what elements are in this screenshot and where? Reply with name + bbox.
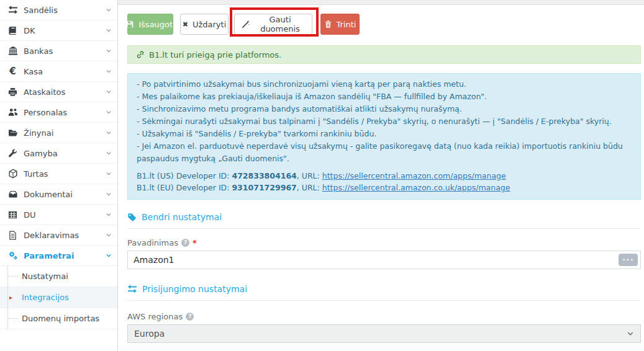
info-line: - Užsakymai iš "Sandėlis / E-prekyba" tv… [137, 128, 632, 140]
sidebar-item-parametrai[interactable]: Parametrai [0, 246, 117, 266]
wrench-icon [7, 148, 18, 158]
sidebar-item-dk[interactable]: DK [0, 20, 117, 41]
chevron-down-icon [106, 89, 112, 95]
sidebar-item-label: Sandėlis [24, 6, 106, 15]
developer-id-row-eu: B1.lt (EU) Developer ID: 931071729967, U… [137, 182, 632, 193]
section-header-connection: Prisijungimo nustatymai [127, 284, 641, 294]
section-divider [127, 300, 641, 301]
sidebar-item-sandelis[interactable]: Sandėlis [0, 0, 117, 20]
print-icon [7, 87, 18, 97]
sidebar-item-label: DU [24, 210, 106, 220]
sidebar-item-personalas[interactable]: Personalas [0, 102, 117, 123]
sellercentral-eu-link[interactable]: https://sellercentral.amazon.co.uk/apps/… [322, 183, 510, 192]
folder-open-icon [7, 128, 18, 138]
sidebar-item-du[interactable]: DU [0, 205, 117, 225]
aws-region-value: Europa [134, 329, 165, 339]
ellipsis-icon[interactable]: ••• [619, 254, 638, 266]
question-circle-icon[interactable]: ? [181, 239, 189, 247]
info-line: - Mes palaikome kas prekiauja/iškeliauja… [137, 91, 632, 103]
sidebar-item-deklaravimas[interactable]: Deklaravimas [0, 225, 117, 246]
chevron-down-icon [106, 150, 112, 156]
chevron-down-icon [106, 130, 112, 136]
delete-button[interactable]: Trinti [320, 14, 360, 35]
chevron-down-icon [627, 330, 634, 337]
developer-id-row-us: B1.lt (US) Developer ID: 472833804164, U… [137, 170, 632, 182]
sidebar-item-ataskaitos[interactable]: Ataskaitos [0, 82, 117, 102]
sidebar-subitem-duomenu-importas[interactable]: Duomenų importas [0, 308, 117, 329]
section-title: Prisijungimo nustatymai [142, 284, 247, 294]
question-circle-icon[interactable]: ? [186, 313, 194, 321]
section-header-general: Bendri nustatymai [127, 212, 641, 222]
sidebar-item-kasa[interactable]: € Kasa [0, 61, 117, 82]
alert-text: B1.lt turi prieigą prie platformos. [149, 50, 281, 60]
chevron-down-icon [106, 232, 112, 238]
cube-icon [7, 169, 18, 179]
sidebar-item-label: Dokumentai [24, 190, 106, 199]
sidebar-item-label: Bankas [24, 47, 106, 56]
sidebar-item-label: Turtas [24, 169, 106, 179]
aws-region-select[interactable]: Europa [127, 324, 641, 343]
section-divider [127, 228, 641, 229]
sidebar-subitem-integracijos[interactable]: ▸ Integracijos [0, 287, 117, 308]
info-line: - Po patvirtinimo užsakymai bus sinchron… [137, 78, 632, 91]
fetch-data-button[interactable]: Gauti duomenis [234, 14, 312, 35]
sidebar: Sandėlis DK Bankas € Kasa Ataskaitos Per… [0, 0, 118, 351]
chevron-down-icon [106, 252, 112, 259]
sidebar-item-dokumentai[interactable]: Dokumentai [0, 184, 117, 205]
top-divider [118, 0, 644, 5]
info-line: - Jei Amazon el. parduotuvė neperdavė vi… [137, 140, 632, 165]
link-icon [136, 50, 145, 59]
required-mark: * [193, 238, 197, 247]
exchange-icon [127, 284, 137, 294]
chevron-down-icon [106, 7, 112, 13]
sidebar-item-label: Žinynai [24, 128, 106, 138]
sidebar-subitem-label: Integracijos [22, 293, 69, 302]
gears-icon [7, 251, 18, 260]
close-button[interactable]: ✖ Uždaryti [180, 14, 229, 35]
sidebar-item-label: Ataskaitos [24, 87, 106, 97]
sellercentral-us-link[interactable]: https://sellercentral.amazon.com/apps/ma… [322, 171, 506, 180]
sidebar-item-gamyba[interactable]: Gamyba [0, 143, 117, 164]
chevron-down-icon [106, 48, 112, 54]
developer-id-value: 931071729967 [232, 183, 296, 192]
name-input-wrap: ••• [127, 251, 641, 269]
users-icon [7, 107, 18, 117]
info-line: - Sėkmingai nurašyti užsakymai bus talpi… [137, 115, 632, 128]
name-field-label: Pavadinimas ? * [127, 238, 641, 247]
name-input[interactable] [127, 251, 641, 269]
developer-ids-block: B1.lt (US) Developer ID: 472833804164, U… [137, 170, 632, 193]
sidebar-item-label: Parametrai [24, 251, 106, 260]
sidebar-subitem-nustatymai[interactable]: Nustatymai [0, 266, 117, 287]
info-line: - Sinchronizavimo metu programa bandys a… [137, 103, 632, 115]
chevron-down-icon [106, 211, 112, 218]
save-button[interactable]: Išsaugoti [127, 14, 173, 35]
sidebar-item-zinynai[interactable]: Žinynai [0, 123, 117, 143]
sidebar-item-bankas[interactable]: Bankas [0, 41, 117, 61]
sidebar-subitem-label: Nustatymai [22, 272, 68, 281]
table-icon [7, 210, 18, 220]
aws-region-label: AWS regionas ? [127, 312, 641, 321]
magic-wand-icon [241, 20, 250, 29]
save-icon [125, 20, 134, 29]
sidebar-item-label: Gamyba [24, 149, 106, 158]
sidebar-item-label: DK [24, 26, 106, 35]
chevron-down-icon [106, 27, 112, 33]
developer-id-value: 472833804164 [232, 171, 296, 180]
sidebar-item-turtas[interactable]: Turtas [0, 164, 117, 184]
main-content: Išsaugoti ✖ Uždaryti Gauti duomenis Trin… [118, 0, 644, 351]
section-title: Bendri nustatymai [142, 212, 222, 222]
bank-icon [7, 46, 18, 56]
caret-right-icon: ▸ [9, 287, 12, 308]
integration-info-box: - Po patvirtinimo užsakymai bus sinchron… [127, 73, 641, 200]
access-status-alert: B1.lt turi prieigą prie platformos. [127, 45, 641, 64]
chevron-down-icon [106, 68, 112, 74]
sidebar-item-label: Kasa [24, 67, 106, 76]
close-icon: ✖ [183, 20, 188, 29]
exchange-icon [7, 5, 18, 15]
file-text-icon [7, 230, 18, 240]
trash-icon [324, 20, 332, 29]
chevron-down-icon [106, 171, 112, 177]
sidebar-item-label: Deklaravimas [24, 231, 106, 240]
chevron-down-icon [106, 109, 112, 115]
chevron-down-icon [106, 191, 112, 197]
